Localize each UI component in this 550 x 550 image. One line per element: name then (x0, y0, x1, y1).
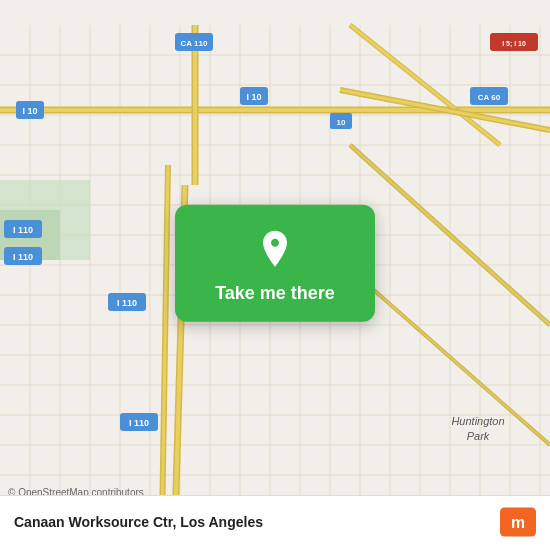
svg-text:I 110: I 110 (13, 252, 33, 262)
svg-text:10: 10 (337, 118, 346, 127)
svg-text:CA 60: CA 60 (478, 93, 501, 102)
svg-text:m: m (511, 514, 525, 531)
location-pin-icon (253, 227, 297, 271)
moovit-icon: m (500, 504, 536, 540)
location-name: Canaan Worksource Ctr, Los Angeles (14, 514, 263, 530)
action-card[interactable]: Take me there (175, 205, 375, 322)
svg-text:I 10: I 10 (246, 92, 261, 102)
svg-text:Huntington: Huntington (451, 415, 504, 427)
svg-text:I 10: I 10 (22, 106, 37, 116)
action-card-label: Take me there (215, 283, 335, 304)
svg-text:I 110: I 110 (117, 298, 137, 308)
svg-text:CA 110: CA 110 (181, 39, 208, 48)
bottom-bar-left: Canaan Worksource Ctr, Los Angeles (14, 514, 263, 530)
map-container: I 10 CA 110 I 5; I 10 CA 60 I 110 I 110 … (0, 0, 550, 550)
bottom-bar: Canaan Worksource Ctr, Los Angeles m (0, 495, 550, 550)
moovit-logo: m (500, 504, 536, 540)
svg-text:Park: Park (467, 430, 490, 442)
svg-text:I 5; I 10: I 5; I 10 (502, 40, 526, 48)
svg-text:I 110: I 110 (13, 225, 33, 235)
svg-text:I 110: I 110 (129, 418, 149, 428)
